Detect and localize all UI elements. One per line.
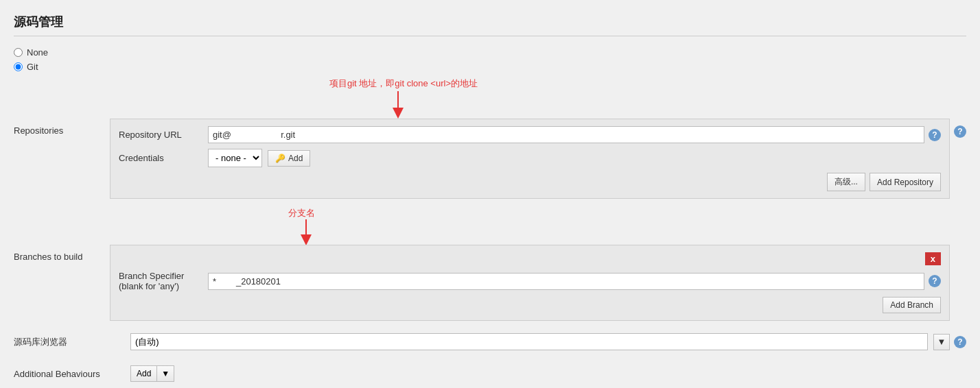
add-credentials-label: Add [288,154,303,163]
additional-behaviours-label: Additional Behaviours [14,369,130,379]
git-radio-row: Git [14,62,966,72]
page-title: 源码管理 [14,14,966,36]
advanced-button[interactable]: 高级... [827,173,865,191]
branches-content-wrapper: x Branch Specifier (blank for 'any') ? A… [110,245,950,321]
branch-specifier-label: Branch Specifier (blank for 'any') [119,271,208,291]
source-browser-dropdown-arrow[interactable]: ▼ [933,334,950,350]
none-radio-row: None [14,47,966,58]
add-repository-button[interactable]: Add Repository [870,173,941,191]
source-browser-help-icon[interactable]: ? [954,336,966,348]
add-behaviours-group: Add ▼ [130,365,174,382]
source-browser-label: 源码库浏览器 [14,336,130,348]
source-browser-content: ▼ [130,333,950,350]
git-label: Git [27,62,38,72]
add-behaviours-dropdown[interactable]: ▼ [156,365,174,382]
repositories-buttons: 高级... Add Repository [119,173,941,191]
annotation2-container: 分支名 [151,207,966,245]
branch-specifier-help-icon[interactable]: ? [929,275,941,287]
remove-branch-button[interactable]: x [925,252,941,265]
branches-buttons: Add Branch [119,297,941,313]
none-label: None [27,47,48,58]
repositories-content-wrapper: Repository URL ? Credentials - none - 🔑 … [110,119,950,199]
annotation1-text: 项目git 地址，即git clone <url>的地址 [329,77,478,90]
add-behaviours-button[interactable]: Add [130,365,156,382]
additional-behaviours-content: Add ▼ [130,365,966,382]
branches-label: Branches to build [14,245,110,262]
branches-header: x [119,252,941,265]
annotation1-arrow [390,91,406,119]
credentials-controls: - none - 🔑 Add [208,149,310,167]
repository-url-input[interactable] [208,126,924,143]
repositories-section: Repositories Repository URL ? Credential… [14,119,966,199]
page-container: 源码管理 None Git 项目git 地址，即git clone <url>的… [0,0,980,388]
credentials-row: Credentials - none - 🔑 Add [119,149,941,167]
key-icon: 🔑 [275,154,285,163]
branches-section: Branches to build x Branch Specifier (bl… [14,245,966,321]
scm-radio-group: None Git [14,47,966,72]
credentials-select[interactable]: - none - [208,149,262,167]
repository-url-label: Repository URL [119,130,208,140]
repositories-label: Repositories [14,119,110,136]
credentials-label: Credentials [119,153,208,163]
source-browser-section: 源码库浏览器 ▼ ? [14,329,966,354]
repository-url-help-icon[interactable]: ? [929,129,941,141]
branch-specifier-input[interactable] [208,273,924,290]
none-radio[interactable] [14,48,23,57]
add-credentials-button[interactable]: 🔑 Add [268,150,310,167]
git-radio[interactable] [14,62,23,71]
annotation2-arrow [298,219,314,245]
repositories-help-icon[interactable]: ? [954,125,966,138]
annotation2-text: 分支名 [288,207,315,219]
repository-url-row: Repository URL ? [119,126,941,143]
repositories-content: Repository URL ? Credentials - none - 🔑 … [110,119,950,199]
branch-specifier-row: Branch Specifier (blank for 'any') ? [119,271,941,291]
source-browser-input[interactable] [130,333,928,350]
branches-content: x Branch Specifier (blank for 'any') ? A… [110,245,950,321]
annotation1-container: 项目git 地址，即git clone <url>的地址 [151,77,966,119]
additional-behaviours-section: Additional Behaviours Add ▼ [14,361,966,386]
add-branch-button[interactable]: Add Branch [883,297,941,313]
